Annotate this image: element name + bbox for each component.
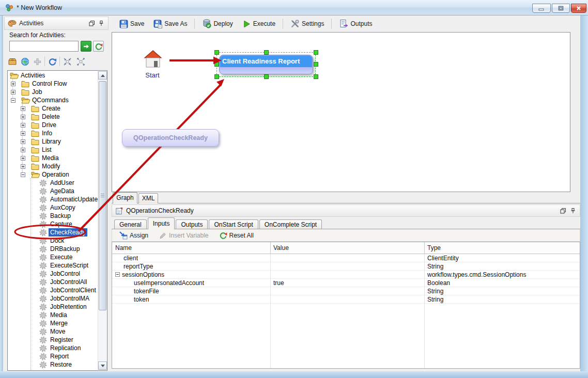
package-icon[interactable] [7, 56, 18, 67]
column-header-type[interactable]: Type [424, 242, 580, 254]
param-value[interactable]: true [270, 279, 424, 287]
tree-expander[interactable] [29, 179, 39, 187]
tree-expander[interactable] [29, 203, 39, 212]
start-node[interactable] [143, 50, 163, 70]
column-header-name[interactable]: Name [112, 242, 270, 254]
tree-expander[interactable] [11, 96, 21, 104]
close-button[interactable] [571, 4, 586, 13]
maximize-button[interactable] [552, 4, 570, 13]
tab-inputs[interactable]: Inputs [148, 217, 175, 229]
column-divider[interactable] [270, 242, 271, 254]
tree-expander[interactable] [29, 352, 39, 360]
tree-expander[interactable] [11, 88, 21, 96]
tree-item[interactable]: Replication [8, 344, 98, 352]
selection-handle[interactable] [314, 50, 318, 55]
reset-all-button[interactable]: Reset All [215, 229, 257, 242]
table-row[interactable]: reportType String [112, 262, 580, 271]
tree-expander[interactable] [21, 170, 31, 179]
tree-expander[interactable] [29, 369, 39, 370]
row-expander[interactable] [115, 272, 120, 277]
table-row[interactable]: useImpersonatedAccount true Boolean [112, 279, 580, 287]
tree-item[interactable]: Drive [8, 121, 98, 129]
tree-item[interactable]: Delete [8, 113, 98, 121]
tree-expander[interactable] [29, 344, 39, 352]
tree-item[interactable]: Control Flow [8, 80, 98, 88]
tree-expander[interactable] [29, 286, 39, 294]
save-button[interactable]: Save [116, 18, 148, 30]
globe-icon[interactable] [20, 56, 30, 67]
tab-onstart-script[interactable]: OnStart Script [209, 219, 258, 229]
tree-item[interactable]: JobControlMA [8, 294, 98, 303]
tree-item[interactable]: Register [8, 336, 98, 344]
tree-item[interactable]: Library [8, 137, 98, 146]
scroll-down-button[interactable] [98, 361, 107, 370]
tree-item[interactable]: AgeData [8, 187, 98, 195]
tree-item[interactable]: Activities [8, 71, 98, 80]
tree-expander[interactable] [29, 270, 39, 278]
tree-expander[interactable] [29, 294, 39, 303]
tree-expander[interactable] [29, 195, 39, 203]
tab-general[interactable]: General [114, 219, 147, 229]
tree-item[interactable]: Modify [8, 162, 98, 170]
tree-expander[interactable] [29, 360, 39, 369]
tree-expander[interactable] [21, 129, 31, 137]
tree-item[interactable]: Execute [8, 253, 98, 261]
workflow-node[interactable]: Client Readiness Report [219, 55, 313, 74]
tree-item[interactable]: SendLogs [8, 369, 98, 370]
expand-all-icon[interactable] [75, 56, 86, 67]
float-panel-icon[interactable] [560, 208, 567, 214]
tree-expander[interactable] [29, 311, 39, 319]
tree-scrollbar[interactable] [98, 71, 106, 370]
table-row[interactable]: sessionOptions workflow.types.cmd.Sessio… [112, 271, 580, 279]
tree-expander[interactable] [21, 162, 31, 170]
floating-activity-node[interactable]: QOperationCheckReady [122, 129, 219, 147]
table-row[interactable]: client ClientEntity [112, 254, 580, 262]
tree-expander[interactable] [29, 336, 39, 344]
tree-item[interactable]: AuxCopy [8, 203, 98, 212]
title-bar[interactable]: * New Workflow [0, 0, 588, 15]
tab-outputs[interactable]: Outputs [176, 219, 208, 229]
tree-item[interactable]: AutomaticUpdate [8, 195, 98, 203]
search-go-button[interactable] [81, 41, 91, 52]
tree-item[interactable]: Create [8, 104, 98, 113]
tree-item[interactable]: CheckReady [8, 228, 98, 237]
scrollbar-thumb[interactable] [99, 81, 106, 310]
workflow-canvas[interactable] [112, 32, 570, 192]
tree-expander[interactable] [21, 104, 31, 113]
workflow-node-title[interactable]: Client Readiness Report [220, 56, 312, 67]
search-input[interactable] [9, 41, 79, 52]
tree-expander[interactable] [29, 327, 39, 336]
selection-handle[interactable] [214, 74, 219, 79]
tab-xml[interactable]: XML [138, 193, 158, 203]
tab-graph[interactable]: Graph [113, 192, 137, 203]
selection-handle[interactable] [314, 74, 318, 79]
tree-item[interactable]: DRBackup [8, 245, 98, 253]
search-reset-button[interactable] [93, 41, 104, 52]
add-icon[interactable] [32, 56, 42, 67]
tree-item[interactable]: Restore [8, 360, 98, 369]
tree-expander[interactable] [29, 237, 39, 245]
selection-handle[interactable] [264, 74, 269, 79]
tree-item[interactable]: Media [8, 311, 98, 319]
settings-button[interactable]: Settings [287, 17, 328, 30]
tree-expander[interactable] [29, 228, 39, 237]
table-row[interactable]: token String [112, 295, 580, 304]
column-divider[interactable] [424, 242, 425, 254]
tree-expander[interactable] [21, 121, 31, 129]
tree-expander[interactable] [29, 187, 39, 195]
tree-expander[interactable] [29, 245, 39, 253]
refresh-icon[interactable] [47, 56, 57, 67]
tree-expander[interactable] [29, 319, 39, 327]
tree-item[interactable]: JobControl [8, 270, 98, 278]
tree-item[interactable]: AddUser [8, 179, 98, 187]
tree-expander[interactable] [21, 137, 31, 146]
collapse-all-icon[interactable] [62, 56, 72, 67]
tree-expander[interactable] [29, 212, 39, 220]
selection-handle[interactable] [214, 50, 219, 55]
tree-item[interactable]: List [8, 146, 98, 154]
tree-item[interactable]: ExecuteScript [8, 261, 98, 270]
tree-expander[interactable] [11, 80, 21, 88]
tree-expander[interactable] [29, 278, 39, 286]
tree-expander[interactable] [21, 146, 31, 154]
tree-expander[interactable] [21, 113, 31, 121]
